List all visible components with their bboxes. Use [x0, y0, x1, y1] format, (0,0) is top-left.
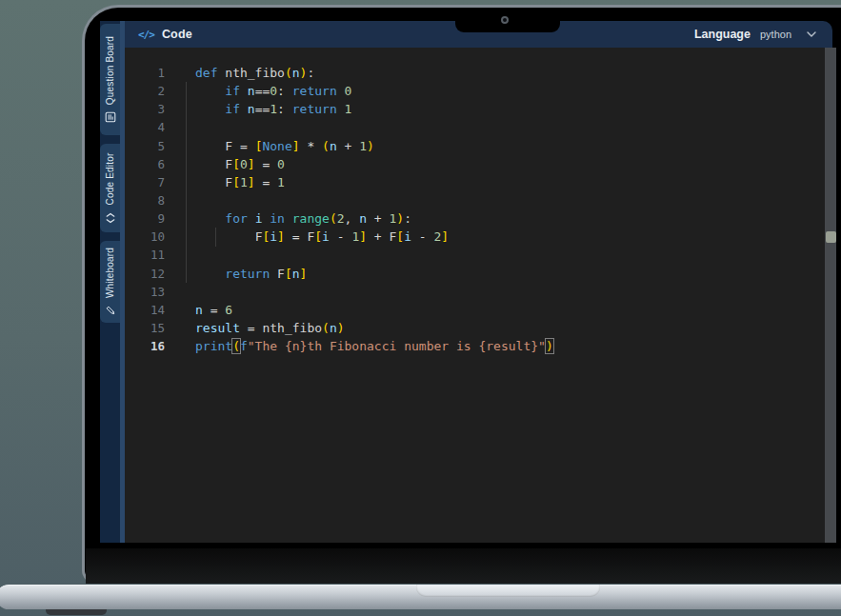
code-token: [: [314, 229, 322, 244]
code-token: ): [546, 339, 553, 353]
code-text: F[0] = 0: [176, 155, 285, 173]
line-number: 10: [125, 228, 176, 246]
code-token: [: [396, 229, 404, 244]
line-number: 14: [125, 301, 176, 319]
code-line: 10 F[i] = F[i - 1] + F[i - 2]: [125, 228, 825, 246]
code-token: "The {n}th Fibonacci number is {result}": [248, 339, 546, 353]
sidebar-tab-whiteboard[interactable]: Whiteboard: [100, 241, 120, 323]
board-icon: [105, 111, 116, 123]
sidebar-tab-code-editor[interactable]: Code Editor: [100, 144, 120, 232]
code-token: n: [248, 84, 255, 98]
language-value[interactable]: python: [760, 29, 791, 40]
code-text: if n==0: return 0: [176, 82, 351, 100]
code-token: *: [300, 139, 322, 153]
code-token: [195, 157, 225, 171]
code-token: (: [330, 211, 337, 226]
code-token: [: [285, 267, 292, 281]
code-token: ): [396, 211, 404, 226]
code-token: =: [203, 303, 225, 317]
code-token: ,: [345, 211, 360, 226]
code-token: [337, 84, 345, 98]
line-number: 11: [125, 246, 176, 264]
code-token: n: [195, 303, 203, 317]
code-token: [337, 102, 345, 116]
language-selector[interactable]: Language python: [694, 28, 816, 41]
code-token: return: [225, 267, 270, 281]
indent-guide: [215, 228, 216, 247]
code-token: +: [367, 211, 389, 226]
code-token: ]: [248, 175, 255, 189]
code-token: [195, 229, 255, 244]
chevron-down-icon[interactable]: [807, 31, 816, 37]
code-token: =: [285, 229, 307, 244]
code-token: =: [255, 157, 277, 171]
code-token: 0: [345, 84, 352, 98]
line-number: 7: [125, 173, 176, 191]
code-editor-surface[interactable]: 1def nth_fibo(n):2 if n==0: return 03 if…: [125, 48, 825, 543]
code-token: F: [225, 157, 232, 171]
code-line: 7 F[1] = 1: [125, 173, 825, 191]
code-token: +: [367, 229, 389, 244]
code-token: 0: [270, 84, 277, 98]
code-token: [195, 175, 225, 189]
code-token: return: [292, 102, 337, 116]
code-token: i: [322, 229, 330, 244]
code-text: result = nth_fibo(n): [176, 319, 345, 337]
code-text: F = [None] * (n + 1): [176, 137, 374, 155]
code-line: 11: [125, 246, 825, 264]
code-line: 6 F[0] = 0: [125, 155, 825, 173]
code-line: 9 for i in range(2, n + 1):: [125, 209, 825, 228]
code-token: n: [359, 211, 367, 226]
line-number: 12: [125, 265, 176, 283]
sidebar-tab-question-board[interactable]: Question Board: [100, 24, 120, 135]
code-token: f: [240, 339, 248, 353]
code-token: =: [232, 139, 254, 153]
code-token: nth_fibo: [225, 66, 285, 80]
code-token: -: [411, 229, 433, 244]
code-token: 1: [270, 102, 277, 116]
code-text: return F[n]: [176, 265, 307, 283]
code-token: range: [292, 211, 330, 226]
code-line: 15result = nth_fibo(n): [125, 319, 825, 337]
code-text: for i in range(2, n + 1):: [176, 209, 411, 228]
code-token: ]: [300, 267, 308, 281]
code-line: 16print(f"The {n}th Fibonacci number is …: [125, 337, 825, 355]
pen-icon: [105, 305, 116, 316]
code-token: F: [277, 267, 285, 281]
code-token: [: [232, 175, 240, 189]
code-token: ]: [441, 229, 449, 244]
code-token: result: [195, 321, 240, 335]
laptop-screen-chin: [86, 548, 841, 584]
line-number: 5: [125, 137, 176, 155]
code-token: ==: [255, 84, 270, 98]
code-token: [240, 102, 248, 116]
code-text: print(f"The {n}th Fibonacci number is {r…: [176, 337, 553, 355]
sidebar-tab-label: Question Board: [105, 36, 115, 105]
angle-brackets-icon: [105, 212, 116, 224]
code-line: 13: [125, 283, 825, 301]
line-number: 4: [125, 118, 176, 136]
code-line: 3 if n==1: return 1: [125, 100, 825, 118]
page-title: Code: [162, 28, 192, 41]
code-token: :: [404, 211, 411, 226]
code-token: [195, 267, 225, 281]
code-token: ): [337, 321, 345, 335]
code-text: def nth_fibo(n):: [176, 64, 314, 82]
code-token: -: [330, 229, 351, 244]
code-token: [195, 139, 225, 153]
code-token: ==: [255, 102, 270, 116]
code-token: 2: [337, 211, 345, 226]
line-number: 3: [125, 100, 176, 118]
sidebar-tab-label: Whiteboard: [105, 248, 115, 298]
language-label: Language: [694, 28, 751, 41]
code-token: =: [240, 321, 262, 335]
webcam-icon: [501, 16, 509, 24]
code-token: if: [225, 84, 240, 98]
code-token: n: [292, 66, 300, 80]
sidebar: Question Board Code Editor Whiteboard: [100, 21, 120, 543]
code-text: F[i] = F[i - 1] + F[i - 2]: [176, 228, 449, 246]
screenshot-root: { "header": { "icon": "code-slash-icon",…: [0, 0, 841, 616]
code-line: 8: [125, 191, 825, 209]
code-token: +: [337, 139, 359, 153]
right-bezel-detail: [826, 231, 836, 243]
